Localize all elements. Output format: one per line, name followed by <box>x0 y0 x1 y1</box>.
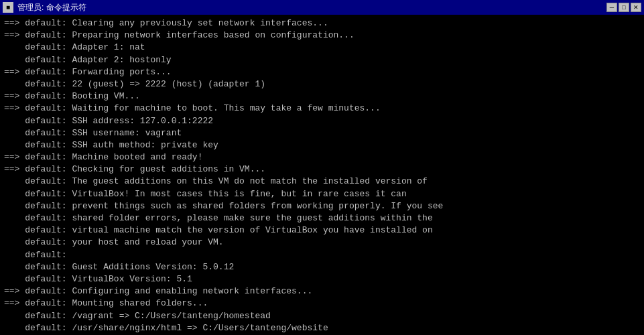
title-bar: ■ 管理员: 命令提示符 ─ □ ✕ <box>0 0 644 15</box>
terminal-line: default: your host and reload your VM. <box>4 237 640 249</box>
terminal-line: ==> default: Forwarding ports... <box>4 66 640 78</box>
terminal-line: default: /usr/share/nginx/html => C:/Use… <box>4 322 640 334</box>
terminal-line: default: SSH address: 127.0.0.1:2222 <box>4 115 640 127</box>
terminal-line: default: virtual machine match the versi… <box>4 224 640 237</box>
terminal-line: default: The guest additions on this VM … <box>4 176 640 188</box>
terminal-line: ==> default: Booting VM... <box>4 90 640 103</box>
terminal-line: default: prevent things such as shared f… <box>4 200 640 212</box>
terminal-line: default: 22 (guest) => 2222 (host) (adap… <box>4 78 640 90</box>
terminal-line: ==> default: Preparing network interface… <box>4 29 640 42</box>
terminal-line: ==> default: Waiting for machine to boot… <box>4 103 640 115</box>
terminal-line: ==> default: Checking for guest addition… <box>4 163 640 176</box>
terminal-line: default: shared folder errors, please ma… <box>4 212 640 224</box>
terminal-line: default: <box>4 249 640 261</box>
terminal-line: ==> default: Clearing any previously set… <box>4 17 640 29</box>
terminal-line: default: SSH auth method: private key <box>4 139 640 151</box>
title-bar-icon: ■ <box>3 2 13 13</box>
terminal-line: ==> default: Machine booted and ready! <box>4 151 640 163</box>
terminal-line: default: VirtualBox Version: 5.1 <box>4 273 640 285</box>
terminal-line: ==> default: Mounting shared folders... <box>4 297 640 310</box>
terminal-window: ==> default: Clearing any previously set… <box>0 15 644 335</box>
minimize-button[interactable]: ─ <box>606 3 617 12</box>
terminal-line: default: VirtualBox! In most cases this … <box>4 188 640 200</box>
terminal-line: default: /vagrant => C:/Users/tanteng/ho… <box>4 310 640 322</box>
terminal-line: ==> default: Configuring and enabling ne… <box>4 285 640 297</box>
terminal-line: default: Adapter 2: hostonly <box>4 54 640 66</box>
maximize-button[interactable]: □ <box>619 3 629 12</box>
terminal-line: default: Guest Additions Version: 5.0.12 <box>4 261 640 273</box>
title-bar-title: 管理员: 命令提示符 <box>17 2 86 13</box>
terminal-line: default: Adapter 1: nat <box>4 42 640 54</box>
close-button[interactable]: ✕ <box>631 3 641 12</box>
terminal-line: default: SSH username: vagrant <box>4 127 640 139</box>
